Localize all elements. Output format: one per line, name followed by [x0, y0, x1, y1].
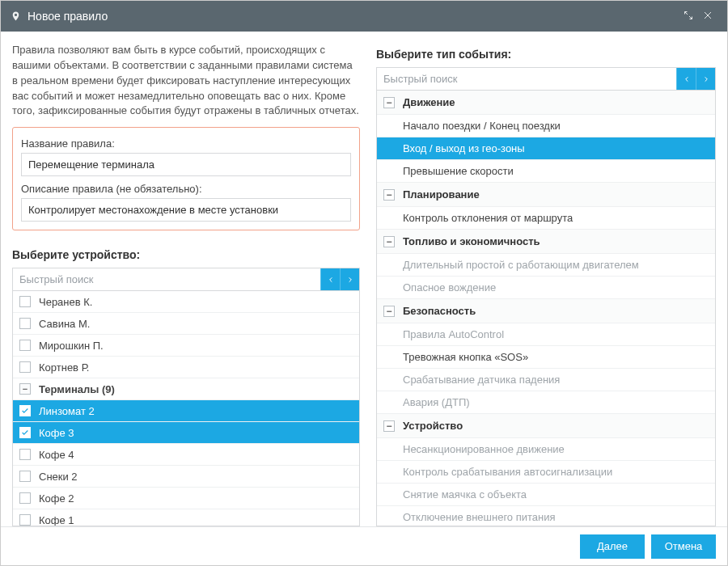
dialog-footer: Далее Отмена	[1, 526, 727, 565]
list-item[interactable]: Кофе 2	[13, 488, 359, 509]
next-button[interactable]: Далее	[580, 534, 645, 559]
event-prev-button[interactable]	[676, 68, 696, 90]
dialog-body: Правила позволяют вам быть в курсе событ…	[1, 32, 727, 526]
cancel-button[interactable]: Отмена	[651, 534, 716, 559]
device-prev-button[interactable]	[320, 268, 340, 290]
event-group-header[interactable]: −Планирование	[377, 183, 715, 207]
list-item-label: Кофе 4	[39, 449, 74, 461]
right-column: Выберите тип события: −ДвижениеНачало по…	[376, 43, 716, 526]
device-group-header[interactable]: −Терминалы (9)	[13, 378, 359, 400]
event-item: Контроль срабатывания автосигнализации	[377, 461, 715, 484]
event-item: Опасное вождение	[377, 277, 715, 299]
event-item-label: Правила AutoControl	[403, 328, 504, 340]
checkbox-icon[interactable]	[19, 427, 31, 438]
event-item[interactable]: Превышение скорости	[377, 160, 715, 183]
collapse-icon[interactable]: −	[383, 420, 395, 432]
group-label: Безопасность	[403, 305, 476, 317]
rule-details-box: Название правила: Описание правила (не о…	[12, 127, 360, 230]
group-label: Движение	[403, 96, 455, 108]
list-item[interactable]: Черанев К.	[13, 291, 359, 313]
collapse-icon[interactable]: −	[383, 236, 395, 247]
list-item-label: Снеки 2	[39, 471, 78, 483]
group-label: Устройство	[403, 420, 463, 432]
list-item[interactable]: Кофе 4	[13, 444, 359, 466]
event-item-label: Вход / выход из гео-зоны	[403, 142, 525, 154]
event-item[interactable]: Тревожная кнопка «SOS»	[377, 346, 715, 369]
rule-name-input[interactable]	[21, 153, 351, 176]
event-item-label: Несанкционированное движение	[403, 443, 565, 455]
list-item-label: Савина М.	[39, 318, 90, 330]
collapse-icon[interactable]: −	[383, 306, 395, 317]
collapse-icon[interactable]: −	[383, 97, 395, 108]
rule-desc-input[interactable]	[21, 198, 351, 222]
list-item[interactable]: Мирошкин П.	[13, 335, 359, 357]
checkbox-icon[interactable]	[19, 514, 31, 526]
group-label: Терминалы (9)	[39, 383, 115, 395]
event-item-label: Длительный простой с работающим двигател…	[403, 259, 639, 271]
checkbox-icon[interactable]	[19, 449, 31, 460]
list-item[interactable]: Савина М.	[13, 313, 359, 335]
left-column: Правила позволяют вам быть в курсе событ…	[12, 43, 360, 526]
event-item-label: Контроль отклонения от маршрута	[403, 212, 573, 224]
checkbox-icon[interactable]	[19, 405, 31, 416]
device-section-title: Выберите устройство:	[12, 248, 360, 261]
list-item-label: Мирошкин П.	[39, 340, 104, 352]
collapse-icon[interactable]: −	[383, 189, 395, 201]
event-search-row	[376, 67, 716, 91]
event-item: Снятие маячка с объекта	[377, 484, 715, 506]
event-group-header[interactable]: −Топливо и экономичность	[377, 230, 715, 254]
event-item: Отключение внешнего питания	[377, 506, 715, 526]
list-item[interactable]: Снеки 2	[13, 466, 359, 488]
event-item-label: Начало поездки / Конец поездки	[403, 120, 561, 132]
event-item-label: Срабатывание датчика падения	[403, 374, 560, 386]
list-item-label: Кофе 3	[39, 427, 74, 439]
event-item: Несанкционированное движение	[377, 438, 715, 461]
list-item-label: Кофе 1	[39, 514, 74, 526]
list-item[interactable]: Линзомат 2	[13, 400, 359, 422]
group-label: Планирование	[403, 188, 480, 201]
list-item-label: Кофе 2	[39, 492, 74, 505]
list-item[interactable]: Кортнев Р.	[13, 357, 359, 378]
event-item-label: Превышение скорости	[403, 165, 514, 177]
event-item[interactable]: Начало поездки / Конец поездки	[377, 115, 715, 137]
event-item[interactable]: Контроль отклонения от маршрута	[377, 207, 715, 230]
list-item[interactable]: Кофе 1	[13, 509, 359, 526]
rule-name-label: Название правила:	[21, 137, 351, 150]
rule-desc-label: Описание правила (не обязательно):	[21, 183, 351, 195]
checkbox-icon[interactable]	[19, 340, 31, 351]
device-next-button[interactable]	[340, 268, 359, 290]
event-group-header[interactable]: −Безопасность	[377, 299, 715, 323]
event-list[interactable]: −ДвижениеНачало поездки / Конец поездкиВ…	[376, 91, 716, 526]
checkbox-icon[interactable]	[19, 471, 31, 482]
device-list[interactable]: Черанев К.Савина М.Мирошкин П.Кортнев Р.…	[12, 291, 360, 526]
checkbox-icon[interactable]	[19, 296, 31, 307]
event-section-title: Выберите тип события:	[376, 48, 716, 61]
list-item-label: Кортнев Р.	[39, 361, 89, 374]
event-item-label: Опасное вождение	[403, 281, 496, 294]
maximize-icon[interactable]	[679, 11, 698, 23]
titlebar: Новое правило	[1, 1, 727, 32]
event-search-input[interactable]	[377, 68, 676, 90]
event-item-label: Авария (ДТП)	[403, 396, 470, 408]
checkbox-icon[interactable]	[19, 361, 31, 373]
close-icon[interactable]	[698, 11, 717, 23]
dialog-window: Новое правило Правила позволяют вам быть…	[0, 0, 728, 566]
event-item[interactable]: Вход / выход из гео-зоны	[377, 137, 715, 160]
event-item: Правила AutoControl	[377, 323, 715, 346]
collapse-icon[interactable]: −	[19, 383, 31, 395]
event-item: Срабатывание датчика падения	[377, 369, 715, 391]
device-search-input[interactable]	[13, 268, 320, 290]
checkbox-icon[interactable]	[19, 318, 31, 329]
event-item-label: Снятие маячка с объекта	[403, 488, 527, 501]
pin-icon	[11, 10, 21, 23]
event-group-header[interactable]: −Устройство	[377, 414, 715, 438]
intro-text: Правила позволяют вам быть в курсе событ…	[12, 43, 360, 119]
event-item: Длительный простой с работающим двигател…	[377, 254, 715, 277]
event-item-label: Отключение внешнего питания	[403, 511, 556, 523]
event-item: Авария (ДТП)	[377, 391, 715, 414]
event-next-button[interactable]	[696, 68, 715, 90]
list-item[interactable]: Кофе 3	[13, 422, 359, 444]
event-group-header[interactable]: −Движение	[377, 91, 715, 115]
checkbox-icon[interactable]	[19, 492, 31, 504]
list-item-label: Черанев К.	[39, 296, 92, 308]
